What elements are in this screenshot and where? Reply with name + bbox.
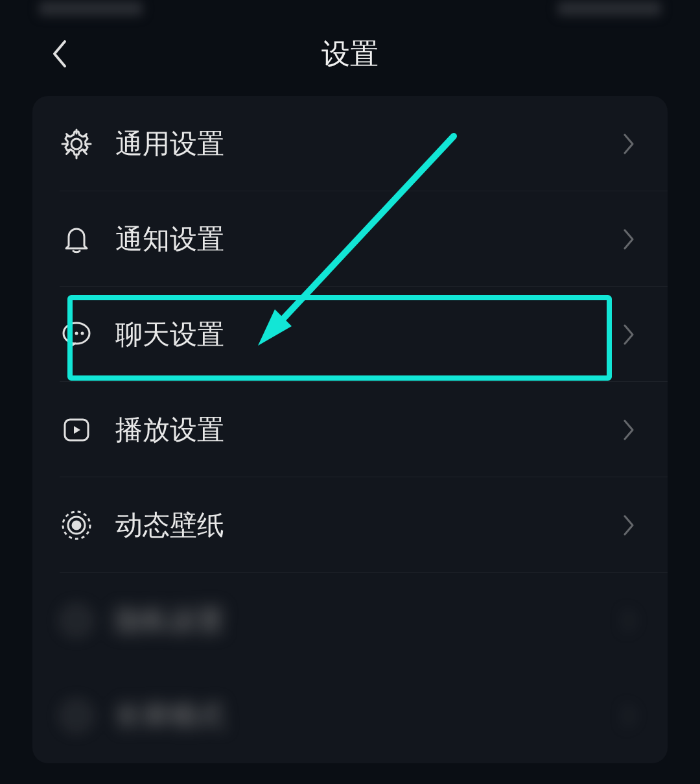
bell-icon (60, 222, 93, 256)
settings-item-label: 隐私设置 (115, 602, 622, 639)
svg-marker-7 (74, 426, 80, 434)
settings-item-blurred[interactable]: 长辈模式 (32, 668, 668, 763)
chevron-right-icon (622, 132, 636, 156)
status-bar (0, 0, 700, 18)
svg-point-12 (65, 704, 88, 728)
svg-point-5 (81, 331, 84, 335)
generic-icon (60, 604, 93, 637)
settings-item-label: 通知设置 (115, 221, 622, 257)
chat-icon (60, 318, 93, 351)
chevron-right-icon (622, 228, 636, 251)
chevron-right-icon (622, 609, 636, 632)
play-icon (60, 413, 93, 447)
settings-item-notification[interactable]: 通知设置 (32, 191, 668, 287)
chevron-left-icon (51, 39, 69, 69)
back-button[interactable] (47, 41, 73, 67)
chevron-right-icon (622, 514, 636, 537)
settings-item-general[interactable]: 通用设置 (32, 96, 668, 191)
status-left-blur (39, 1, 143, 16)
svg-point-0 (71, 139, 82, 149)
settings-item-label: 播放设置 (115, 412, 622, 448)
svg-point-8 (73, 521, 80, 529)
svg-point-11 (65, 609, 88, 632)
chevron-right-icon (622, 418, 636, 442)
status-right-blur (557, 1, 661, 16)
settings-item-playback[interactable]: 播放设置 (32, 382, 668, 477)
settings-item-blurred[interactable]: 隐私设置 (32, 573, 668, 668)
svg-point-3 (69, 331, 73, 335)
generic-icon (60, 699, 93, 733)
chevron-right-icon (622, 704, 636, 728)
settings-item-wallpaper[interactable]: 动态壁纸 (32, 477, 668, 573)
settings-item-label: 动态壁纸 (115, 507, 622, 543)
chevron-right-icon (622, 323, 636, 346)
settings-item-label: 聊天设置 (115, 316, 622, 353)
page-header: 设置 (0, 18, 700, 89)
page-title: 设置 (321, 35, 379, 73)
settings-item-label: 通用设置 (115, 126, 622, 162)
gear-icon (60, 127, 93, 161)
settings-item-label: 长辈模式 (115, 698, 622, 734)
target-icon (60, 508, 93, 542)
settings-list: 通用设置 通知设置 聊天设置 (32, 96, 668, 763)
svg-point-4 (75, 331, 78, 335)
settings-item-chat[interactable]: 聊天设置 (32, 287, 668, 382)
